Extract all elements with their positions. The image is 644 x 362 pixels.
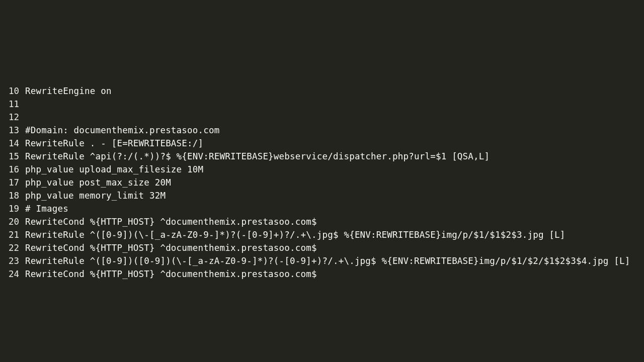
line-number: 11 xyxy=(0,98,19,111)
line-number: 14 xyxy=(0,137,19,150)
line-content: # Images xyxy=(19,202,68,215)
code-line[interactable]: 19 # Images xyxy=(0,202,644,215)
line-number: 18 xyxy=(0,189,19,202)
line-number: 13 xyxy=(0,124,19,137)
line-number: 12 xyxy=(0,111,19,124)
code-line[interactable]: 14 RewriteRule . - [E=REWRITEBASE:/] xyxy=(0,137,644,150)
line-content: php_value post_max_size 20M xyxy=(19,176,171,189)
line-content: RewriteRule ^([0-9])(\-[_a-zA-Z0-9-]*)?(… xyxy=(19,228,566,241)
code-line[interactable]: 20 RewriteCond %{HTTP_HOST} ^documenthem… xyxy=(0,215,644,228)
line-content: php_value memory_limit 32M xyxy=(19,189,166,202)
line-number: 17 xyxy=(0,176,19,189)
code-line[interactable]: 24 RewriteCond %{HTTP_HOST} ^documenthem… xyxy=(0,267,644,281)
code-line[interactable]: 11 xyxy=(0,98,644,111)
line-content: RewriteRule ^api(?:/(.*))?$ %{ENV:REWRIT… xyxy=(19,150,490,163)
line-number: 20 xyxy=(0,215,19,228)
code-line[interactable]: 17 php_value post_max_size 20M xyxy=(0,176,644,189)
line-number: 23 xyxy=(0,254,19,267)
line-number: 16 xyxy=(0,163,19,176)
line-number: 19 xyxy=(0,202,19,215)
code-line[interactable]: 16 php_value upload_max_filesize 10M xyxy=(0,163,644,176)
code-line[interactable]: 10 RewriteEngine on xyxy=(0,84,644,98)
code-line[interactable]: 13 #Domain: documenthemix.prestasoo.com xyxy=(0,124,644,137)
line-number: 24 xyxy=(0,267,19,281)
line-content: RewriteEngine on xyxy=(19,84,112,98)
code-line[interactable]: 23 RewriteRule ^([0-9])([0-9])(\-[_a-zA-… xyxy=(0,254,644,267)
code-line[interactable]: 22 RewriteCond %{HTTP_HOST} ^documenthem… xyxy=(0,241,644,254)
line-number: 21 xyxy=(0,228,19,241)
line-content: RewriteRule ^([0-9])([0-9])(\-[_a-zA-Z0-… xyxy=(19,254,630,267)
code-line[interactable]: 18 php_value memory_limit 32M xyxy=(0,189,644,202)
code-line[interactable]: 15 RewriteRule ^api(?:/(.*))?$ %{ENV:REW… xyxy=(0,150,644,163)
line-content: #Domain: documenthemix.prestasoo.com xyxy=(19,124,220,137)
code-editor[interactable]: 10 RewriteEngine on 11 12 13 #Domain: do… xyxy=(0,84,644,281)
code-line[interactable]: 21 RewriteRule ^([0-9])(\-[_a-zA-Z0-9-]*… xyxy=(0,228,644,241)
line-content: RewriteRule . - [E=REWRITEBASE:/] xyxy=(19,137,203,150)
line-content: RewriteCond %{HTTP_HOST} ^documenthemix.… xyxy=(19,267,317,281)
line-number: 15 xyxy=(0,150,19,163)
line-number: 22 xyxy=(0,241,19,254)
line-content: php_value upload_max_filesize 10M xyxy=(19,163,203,176)
line-content: RewriteCond %{HTTP_HOST} ^documenthemix.… xyxy=(19,241,317,254)
line-number: 10 xyxy=(0,84,19,98)
code-line[interactable]: 12 xyxy=(0,111,644,124)
line-content: RewriteCond %{HTTP_HOST} ^documenthemix.… xyxy=(19,215,317,228)
